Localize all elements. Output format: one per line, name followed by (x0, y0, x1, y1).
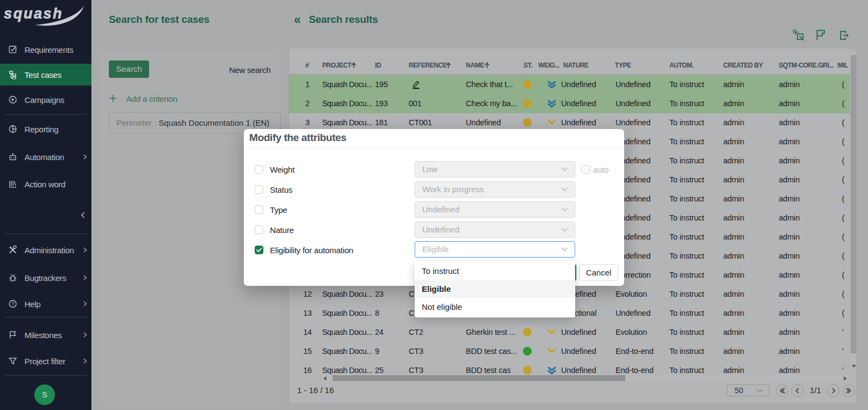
svg-text:squash: squash (4, 5, 63, 22)
svg-text:?: ? (11, 301, 14, 307)
